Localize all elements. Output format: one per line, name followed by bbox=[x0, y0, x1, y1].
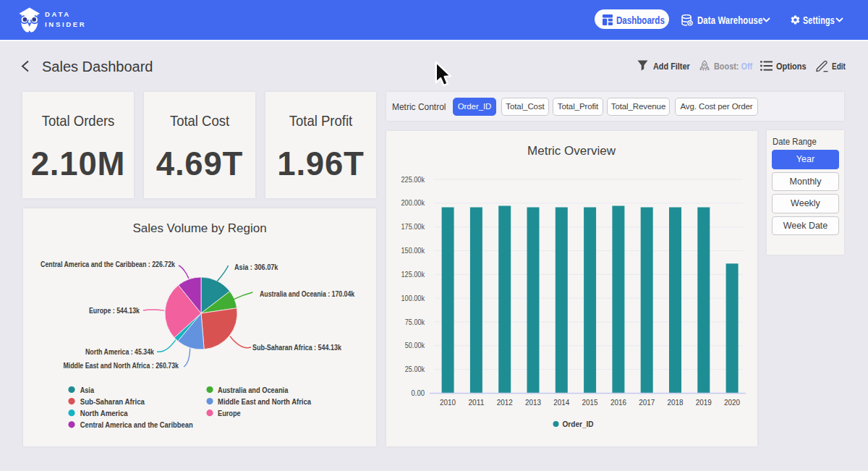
svg-text:North America : 45.34k: North America : 45.34k bbox=[85, 347, 155, 356]
svg-text:Middle East and North Africa: Middle East and North Africa bbox=[218, 397, 312, 406]
svg-text:Central America and the Caribb: Central America and the Caribbean bbox=[80, 420, 193, 429]
svg-text:25.00k: 25.00k bbox=[405, 365, 425, 373]
svg-text:225.00k: 225.00k bbox=[401, 175, 425, 184]
svg-text:Sales Volume by Region: Sales Volume by Region bbox=[132, 221, 266, 235]
svg-text:Metric Overview: Metric Overview bbox=[527, 144, 616, 158]
svg-text:2011: 2011 bbox=[468, 398, 484, 407]
svg-text:Sub-Saharan Africa : 544.13k: Sub-Saharan Africa : 544.13k bbox=[252, 343, 342, 352]
svg-text:Order_ID: Order_ID bbox=[563, 420, 594, 428]
svg-text:Asia : 306.07k: Asia : 306.07k bbox=[234, 263, 278, 271]
svg-text:2010: 2010 bbox=[440, 398, 456, 407]
svg-text:100.00k: 100.00k bbox=[401, 294, 425, 302]
svg-text:Central America and the Caribb: Central America and the Caribbean : 226.… bbox=[41, 260, 176, 268]
svg-text:Asia: Asia bbox=[80, 386, 95, 394]
svg-text:Australia and Oceania: Australia and Oceania bbox=[218, 386, 289, 394]
svg-text:50.00k: 50.00k bbox=[405, 341, 425, 349]
svg-text:Sub-Saharan Africa: Sub-Saharan Africa bbox=[80, 397, 145, 406]
svg-text:North America: North America bbox=[80, 409, 129, 417]
svg-text:75.00k: 75.00k bbox=[405, 318, 425, 326]
svg-text:2020: 2020 bbox=[724, 398, 740, 407]
svg-text:200.00k: 200.00k bbox=[401, 198, 425, 207]
svg-text:2019: 2019 bbox=[696, 398, 712, 407]
svg-text:2016: 2016 bbox=[610, 398, 626, 407]
svg-text:2014: 2014 bbox=[553, 398, 569, 407]
svg-text:150.00k: 150.00k bbox=[401, 246, 425, 255]
svg-text:Australia and Oceania : 170.04: Australia and Oceania : 170.04k bbox=[260, 289, 355, 298]
svg-text:175.00k: 175.00k bbox=[401, 222, 425, 231]
svg-text:Middle East and North Africa :: Middle East and North Africa : 260.73k bbox=[63, 361, 179, 370]
svg-text:2017: 2017 bbox=[639, 398, 655, 407]
svg-text:125.00k: 125.00k bbox=[401, 270, 425, 279]
svg-text:Europe: Europe bbox=[218, 409, 241, 417]
svg-text:2018: 2018 bbox=[668, 398, 684, 407]
svg-text:2012: 2012 bbox=[497, 398, 513, 407]
svg-text:2015: 2015 bbox=[582, 398, 598, 407]
svg-text:2013: 2013 bbox=[525, 398, 541, 407]
svg-text:0.00: 0.00 bbox=[412, 389, 425, 397]
svg-text:Europe : 544.13k: Europe : 544.13k bbox=[89, 306, 140, 315]
